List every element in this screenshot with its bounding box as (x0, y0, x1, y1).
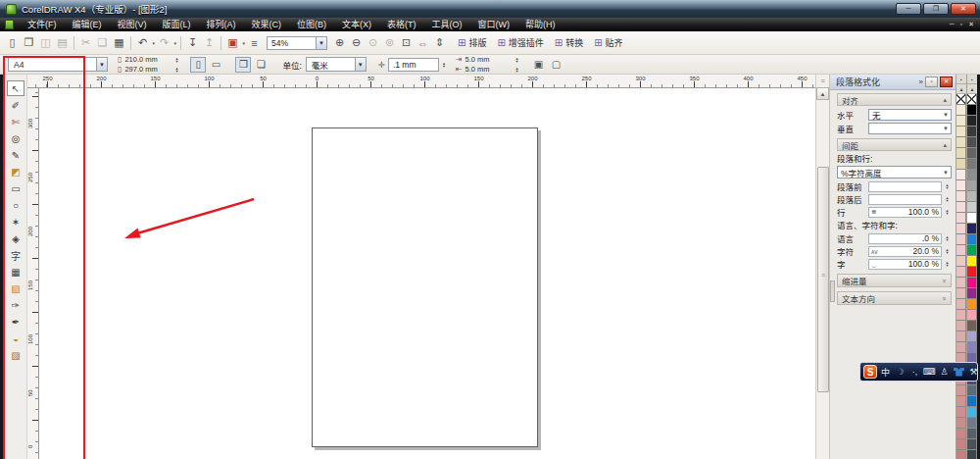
spinner[interactable]: ▲▼ (943, 196, 952, 203)
color-swatch[interactable] (956, 342, 966, 353)
docker-float-button[interactable]: ▫ (925, 76, 938, 87)
color-swatch[interactable] (967, 439, 977, 450)
ime-icon[interactable]: 中 (879, 365, 892, 379)
color-swatch[interactable] (967, 418, 977, 429)
color-swatch[interactable] (967, 116, 977, 127)
toolbox-tool-button[interactable]: 字 (7, 247, 24, 263)
color-swatch[interactable] (967, 299, 977, 310)
palette-flyout-button[interactable]: ▪ (967, 75, 977, 84)
color-swatch[interactable] (967, 278, 977, 288)
paper-size-combo[interactable]: A4 ▼ (8, 57, 108, 72)
color-swatch[interactable] (967, 396, 977, 407)
toolbar-button[interactable]: ↷ (156, 34, 172, 51)
color-swatch[interactable] (956, 288, 966, 299)
spinner[interactable]: ▲▼ (174, 67, 178, 73)
zoom-level-combo[interactable]: 54% ▼ (267, 36, 327, 50)
spinner[interactable]: ▲▼ (943, 209, 952, 216)
color-swatch[interactable] (956, 267, 966, 278)
color-swatch[interactable] (956, 202, 966, 213)
scroll-up-button[interactable]: ▲ (816, 87, 829, 100)
doc-restore-button[interactable]: ▫ (960, 21, 962, 28)
zoom-toolbar-button[interactable]: ⊡ (398, 34, 415, 51)
spinner[interactable]: ▲▼ (515, 57, 519, 63)
menu-item[interactable]: 编辑(E) (65, 18, 110, 31)
color-swatch[interactable] (967, 191, 977, 202)
toolbox-tool-button[interactable]: ▨ (7, 347, 24, 363)
menu-item[interactable]: 效果(C) (244, 18, 290, 31)
spinner[interactable]: ▲▼ (943, 248, 952, 255)
toolbox-tool-button[interactable]: ◩ (7, 164, 24, 179)
zoom-toolbar-button[interactable]: ⊚ (381, 34, 398, 51)
spinner[interactable]: ▲▼ (174, 57, 178, 63)
toolbar-button[interactable]: ▤ (54, 34, 71, 51)
duplicate-x-field[interactable]: ⇥ 5.0 mm ▲▼ (456, 55, 519, 64)
spacing-field[interactable]: ≣ 100.0 % (868, 207, 942, 218)
color-swatch[interactable] (956, 396, 966, 407)
spacing-mode-combo[interactable]: %字符高度 ▼ (837, 166, 952, 178)
vertical-scrollbar[interactable]: ≡ ▲ (815, 75, 829, 459)
color-swatch[interactable] (956, 429, 966, 439)
horizontal-ruler[interactable]: 2502001501005005010015020025030035040045… (27, 75, 815, 88)
spacing-field[interactable] (868, 181, 942, 192)
menu-item[interactable]: 文件(F) (20, 18, 65, 31)
toolbox-tool-button[interactable]: ✐ (7, 97, 24, 113)
color-swatch[interactable] (967, 267, 977, 278)
alignment-combo[interactable]: 无 ▼ (868, 109, 952, 121)
toolbar-button[interactable]: ❏ (94, 34, 111, 51)
toolbox-tool-button[interactable]: ↖ (7, 80, 24, 96)
toolbar-button[interactable]: ↧ (184, 34, 201, 51)
color-swatch[interactable] (967, 450, 977, 459)
menu-item[interactable]: 视图(V) (110, 18, 155, 31)
color-swatch[interactable] (967, 256, 977, 267)
color-swatch[interactable] (956, 439, 966, 450)
menu-item[interactable]: 版面(L) (155, 18, 199, 31)
chevron-down-icon[interactable]: ▼ (943, 170, 951, 176)
close-button[interactable]: ✕ (951, 3, 976, 15)
toolbox-tool-button[interactable]: ▧ (7, 280, 24, 296)
portrait-button[interactable]: ▯ (190, 57, 206, 73)
toolbox-tool-button[interactable]: ◒ (7, 331, 24, 346)
toolbox-tool-button[interactable]: ✑ (7, 297, 24, 313)
ime-icon[interactable]: ⌨ (923, 365, 936, 379)
menu-item[interactable]: 窗口(W) (470, 18, 518, 31)
language-field[interactable]: ‿ 100.0 % (868, 259, 942, 270)
zoom-toolbar-button[interactable]: ⇔ (415, 34, 431, 51)
color-swatch[interactable] (967, 105, 977, 116)
color-swatch[interactable] (956, 310, 966, 321)
color-swatch[interactable] (956, 321, 966, 332)
toolbox-tool-button[interactable]: ◈ (7, 230, 24, 246)
alignment-section-header[interactable]: 对齐 ▴ (837, 93, 952, 106)
toolbar-button[interactable]: ❐ (21, 34, 37, 51)
spacing-field[interactable] (868, 194, 942, 205)
color-swatch[interactable] (956, 278, 966, 288)
labeled-toolbar-button[interactable]: ⊞ 贴齐 (590, 34, 629, 52)
toolbar-button[interactable] (177, 34, 184, 51)
palette-flyout-button[interactable]: ▪ (956, 75, 966, 84)
color-swatch[interactable] (956, 213, 966, 224)
snap-option-button[interactable]: ▣ (531, 57, 547, 73)
toolbar-button[interactable]: ↥ (201, 34, 218, 51)
ime-icon[interactable]: ·, (908, 365, 921, 379)
color-swatch[interactable] (956, 137, 966, 148)
ime-icon[interactable] (953, 365, 965, 379)
units-combo[interactable]: 毫米 ▼ (306, 57, 367, 72)
title-bar[interactable]: CorelDRAW X4（专业版）- [图形2] ─ ❐ ✕ (0, 0, 980, 18)
color-swatch[interactable] (967, 180, 977, 191)
color-swatch[interactable] (967, 385, 977, 396)
paper-height-field[interactable]: ▯ 297.0 mm ▲▼ (118, 65, 178, 74)
toolbar-button[interactable]: ▣ (224, 34, 241, 51)
color-swatch[interactable] (967, 148, 977, 159)
color-swatch[interactable] (956, 180, 966, 191)
color-swatch[interactable] (956, 450, 966, 459)
alignment-combo[interactable]: ▼ (868, 123, 952, 134)
color-swatch[interactable] (956, 148, 966, 159)
color-swatch[interactable] (956, 418, 966, 429)
menu-item[interactable]: 帮助(H) (517, 18, 564, 31)
menu-item[interactable]: 工具(O) (424, 18, 470, 31)
color-swatch[interactable] (956, 256, 966, 267)
toolbox-tool-button[interactable]: ✄ (7, 114, 24, 129)
docker-grip[interactable]: ·· (830, 280, 835, 302)
duplicate-y-field[interactable]: ⇤ 5.0 mm ▲▼ (456, 65, 519, 74)
chevron-down-icon[interactable]: ▼ (96, 58, 107, 71)
color-swatch[interactable] (967, 407, 977, 418)
